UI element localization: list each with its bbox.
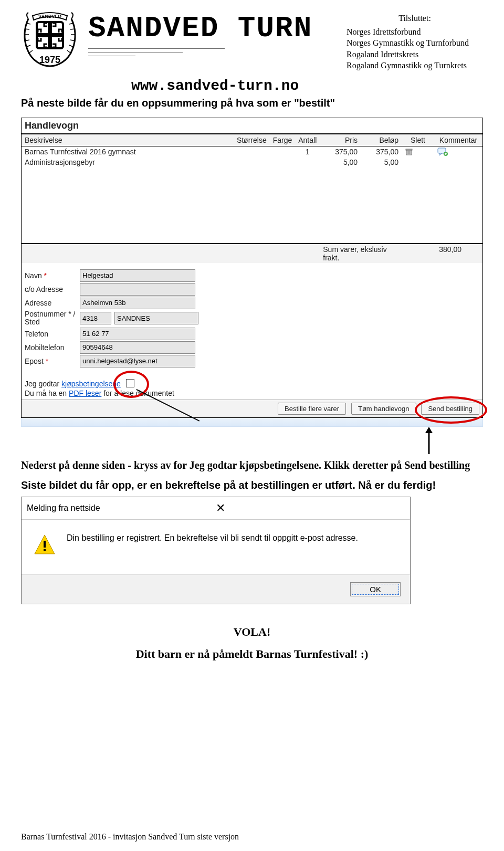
terms-checkbox[interactable] <box>126 379 134 387</box>
col-delete: Slett <box>402 134 434 146</box>
club-logo: SANDVED 1975 <box>21 8 79 69</box>
svg-line-1 <box>25 29 29 29</box>
instruction-paragraph-2: Siste bildet du får opp, er en bekreftel… <box>21 479 483 491</box>
cell-qty: 1 <box>295 146 320 157</box>
label-zip-city: Postnummer * / Sted <box>25 310 80 327</box>
page-footer: Barnas Turnfestival 2016 - invitasjon Sa… <box>21 832 239 842</box>
email-field[interactable] <box>80 355 195 367</box>
svg-marker-28 <box>425 427 433 433</box>
col-color: Farge <box>270 134 296 146</box>
svg-rect-30 <box>44 541 46 548</box>
svg-rect-31 <box>44 549 46 551</box>
cell-qty <box>295 157 320 167</box>
label-phone: Telefon <box>25 330 80 338</box>
empty-cart-button[interactable]: Tøm handlevogn <box>351 403 416 415</box>
terms-link[interactable]: kjøpsbetingelsene <box>61 380 121 388</box>
co-address-field[interactable] <box>80 283 195 296</box>
mobile-field[interactable] <box>80 341 195 354</box>
col-qty: Antall <box>295 134 320 146</box>
cart-screenshot-wrapper: Handlevogn Beskrivelse Størrelse Farge A… <box>21 118 483 427</box>
col-size: Størrelse <box>234 134 270 146</box>
affiliation-item: Norges Gymnastikk og Turnforbund <box>346 37 483 49</box>
label-name: Navn * <box>25 271 80 280</box>
main-title: SANDVED TURN <box>88 12 337 45</box>
arrow-annotation <box>21 427 483 455</box>
terms-line: Jeg godtar kjøpsbetingelsene <box>25 379 479 388</box>
cell-amount: 5,00 <box>361 157 402 167</box>
logo-year-text: 1975 <box>39 55 60 65</box>
intro-text: På neste bilde får du en oppsummering på… <box>21 97 483 109</box>
cell-price: 375,00 <box>320 146 361 157</box>
cell-size <box>234 157 270 167</box>
svg-rect-17 <box>406 149 412 150</box>
close-icon[interactable]: ✕ <box>212 501 405 515</box>
instruction-paragraph-1: Nederst på denne siden - kryss av for Je… <box>21 458 483 472</box>
label-email: Epost * <box>25 357 80 365</box>
affiliation-item: Rogaland Gymnastikk og Turnkrets <box>346 60 483 71</box>
col-amount: Beløp <box>361 134 402 146</box>
website-url: www.sandved-turn.no <box>131 78 483 94</box>
svg-marker-22 <box>439 153 442 155</box>
col-price: Pris <box>320 134 361 146</box>
comment-add-icon[interactable] <box>437 148 479 156</box>
svg-line-7 <box>70 29 75 29</box>
customer-form: Navn * c/o Adresse Adresse Postnummer * … <box>22 263 482 400</box>
label-address: Adresse <box>25 299 80 307</box>
col-description: Beskrivelse <box>22 134 234 146</box>
order-more-button[interactable]: Bestille flere varer <box>278 403 346 415</box>
name-field[interactable] <box>80 269 195 282</box>
title-underline-rules <box>88 48 337 56</box>
dialog-title: Melding fra nettside <box>27 503 212 513</box>
logo-name-text: SANDVED <box>38 14 62 19</box>
cell-amount: 375,00 <box>361 146 402 157</box>
cart-sum-row: Sum varer, ekslusiv frakt. 380,00 <box>22 244 482 263</box>
send-order-button[interactable]: Send bestilling <box>421 403 479 415</box>
affiliations-block: Tilsluttet: Norges Idrettsforbund Norges… <box>346 8 483 71</box>
cart-table: Beskrivelse Størrelse Farge Antall Pris … <box>22 134 482 263</box>
table-row: Administrasjonsgebyr5,005,00 <box>22 157 482 167</box>
ok-button[interactable]: OK <box>350 582 401 596</box>
dialog-message: Din bestilling er registrert. En bekreft… <box>67 533 358 556</box>
trash-icon[interactable] <box>405 148 431 156</box>
affiliation-item: Norges Idrettsforbund <box>346 26 483 38</box>
enrolled-text: Ditt barn er nå påmeldt Barnas Turnfesti… <box>21 647 483 661</box>
label-mobile: Mobiltelefon <box>25 343 80 352</box>
cell-price: 5,00 <box>320 157 361 167</box>
cart-title: Handlevogn <box>22 118 482 134</box>
address-field[interactable] <box>80 297 195 309</box>
cart-panel: Handlevogn Beskrivelse Størrelse Farge A… <box>21 118 483 418</box>
cell-color <box>270 157 296 167</box>
sum-label: Sum varer, ekslusiv frakt. <box>320 244 402 263</box>
zip-field[interactable] <box>80 312 111 324</box>
cart-buttons-bar: Bestille flere varer Tøm handlevogn Send… <box>22 400 482 417</box>
document-header: SANDVED 1975 SANDVED TURN Tilsluttet: No… <box>21 8 483 71</box>
confirmation-dialog: Melding fra nettside ✕ Din bestilling er… <box>21 497 411 604</box>
col-comment: Kommentar <box>434 134 482 146</box>
blue-band <box>21 418 483 427</box>
affiliation-item: Rogaland Idrettskrets <box>346 49 483 60</box>
arrow-up-icon <box>424 427 434 455</box>
cell-color <box>270 146 296 157</box>
warning-icon <box>33 533 56 556</box>
city-field[interactable] <box>114 312 198 324</box>
pdf-note: Du må ha en PDF leser for å lese dokumen… <box>25 389 479 397</box>
pdf-reader-link[interactable]: PDF leser <box>69 389 101 397</box>
affiliated-title: Tilsluttet: <box>346 13 483 24</box>
cell-size <box>234 146 270 157</box>
phone-field[interactable] <box>80 328 195 340</box>
sum-value: 380,00 <box>402 244 482 263</box>
cell-desc: Barnas Turnfestival 2016 gymnast <box>22 146 234 157</box>
table-row: Barnas Turnfestival 2016 gymnast1375,003… <box>22 146 482 157</box>
vola-text: VOLA! <box>21 625 483 639</box>
cell-desc: Administrasjonsgebyr <box>22 157 234 167</box>
label-co: c/o Adresse <box>25 285 80 293</box>
